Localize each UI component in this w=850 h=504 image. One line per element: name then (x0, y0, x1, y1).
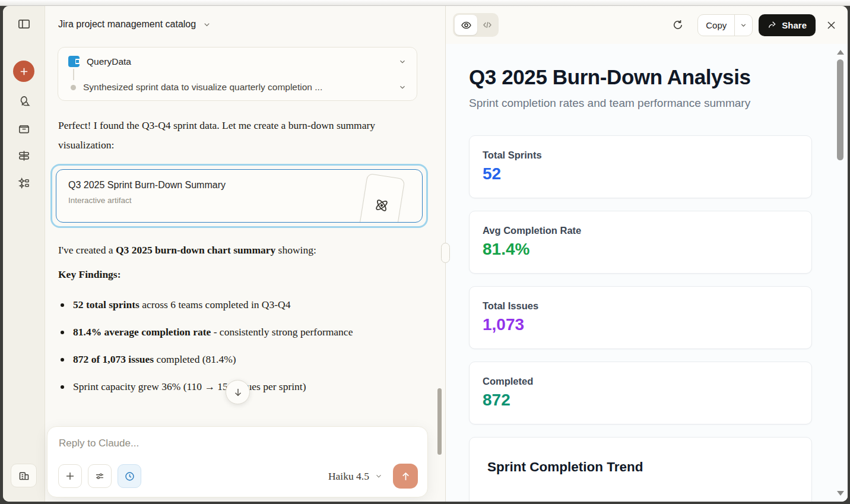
tool-step-connector (73, 69, 74, 80)
scrollbar-down-arrow[interactable] (837, 491, 844, 496)
model-name: Haiku 4.5 (328, 470, 369, 483)
stat-label: Completed (483, 376, 798, 387)
preview-view-button[interactable] (455, 15, 477, 35)
stat-card-avg-completion: Avg Completion Rate 81.4% (469, 211, 812, 274)
finding-rest: completed (81.4%) (154, 353, 236, 365)
artifact-selection-highlight: Q3 2025 Sprint Burn-Down Summary Interac… (50, 164, 428, 228)
tool-step-summary: Synthesized sprint data to visualize qua… (83, 82, 398, 93)
key-findings-heading: Key Findings: (58, 268, 417, 281)
claude-app-window: Jira project management catalog QueryDat… (3, 6, 848, 502)
created-suffix: showing: (275, 244, 316, 256)
message-composer: Haiku 4.5 (47, 426, 428, 497)
finding-rest: - consistently strong performance (211, 326, 353, 338)
chevron-down-icon (202, 20, 211, 29)
share-button-label: Share (782, 20, 807, 30)
close-icon[interactable] (826, 20, 837, 31)
stat-card-total-sprints: Total Sprints 52 (469, 135, 812, 198)
artifact-viewer-panel: Copy Share Q3 2025 Burn-Down Analysis Sp… (446, 6, 848, 502)
finding-bold: 52 total sprints (73, 299, 139, 310)
artifact-card-subtitle: Interactive artifact (68, 196, 410, 205)
code-view-button[interactable] (477, 15, 497, 35)
sidebar (3, 6, 45, 502)
scrollbar-thumb[interactable] (837, 59, 843, 160)
sprint-trend-title: Sprint Completion Trend (487, 459, 794, 475)
tool-use-card: QueryData Synthesized sprint data to vis… (58, 47, 417, 101)
finding-bold: 81.4% average completion rate (73, 326, 211, 338)
chat-panel: Jira project management catalog QueryDat… (45, 6, 446, 502)
panel-resize-handle[interactable] (441, 243, 450, 263)
view-mode-toggle (453, 13, 499, 37)
chats-icon[interactable] (12, 89, 36, 113)
reply-input[interactable] (58, 436, 418, 464)
artifact-subtitle: Sprint completion rates and team perform… (469, 97, 848, 110)
sidebar-toggle-icon[interactable] (12, 12, 36, 36)
stat-label: Total Sprints (483, 150, 798, 161)
artifact-content: Q3 2025 Burn-Down Analysis Sprint comple… (446, 44, 848, 502)
stat-label: Total Issues (483, 300, 798, 312)
created-prefix: I've created a (58, 244, 116, 256)
chevron-down-icon (375, 472, 383, 480)
assistant-message-intro: Perfect! I found the Q3-Q4 sprint data. … (58, 116, 382, 155)
new-chat-button[interactable] (13, 61, 34, 82)
finding-item: Sprint capacity grew 36% (110 → 150 issu… (58, 377, 376, 397)
stat-cards: Total Sprints 52 Avg Completion Rate 81.… (469, 135, 812, 424)
finding-item: 52 total sprints across 6 teams complete… (58, 295, 376, 315)
tools-button[interactable] (88, 464, 112, 488)
projects-icon[interactable] (12, 116, 36, 140)
finding-rest: Sprint capacity grew 36% (110 → 150 issu… (73, 381, 306, 392)
step-dot-icon (71, 85, 76, 90)
created-bold: Q3 2025 burn-down chart summary (116, 244, 275, 256)
history-button[interactable] (118, 464, 141, 488)
skills-icon[interactable] (12, 171, 36, 195)
assistant-message-created: I've created a Q3 2025 burn-down chart s… (58, 240, 382, 260)
share-button[interactable]: Share (759, 14, 816, 36)
finding-bold: 872 of 1,073 issues (73, 353, 154, 365)
stat-label: Avg Completion Rate (483, 225, 798, 236)
stat-value-0: 52 (483, 164, 798, 183)
conversation-title-dropdown[interactable]: Jira project management catalog (45, 6, 445, 30)
window-top-edge (0, 0, 850, 6)
stat-value-1: 81.4% (483, 240, 798, 259)
chevron-down-icon (398, 83, 407, 91)
querydata-logo-icon (68, 56, 80, 67)
tool-step-row[interactable]: Synthesized sprint data to visualize qua… (68, 82, 407, 93)
artifact-scrollbar (835, 46, 846, 499)
scroll-to-bottom-button[interactable] (226, 380, 250, 404)
attach-button[interactable] (58, 464, 82, 488)
stat-value-3: 872 (483, 391, 798, 410)
sidebar-nav (12, 89, 36, 195)
artifacts-icon[interactable] (12, 144, 36, 167)
organization-button[interactable] (11, 464, 37, 487)
chevron-down-icon (398, 58, 407, 66)
tool-header-row[interactable]: QueryData (68, 56, 407, 67)
composer-toolbar: Haiku 4.5 (58, 464, 418, 489)
finding-item: 872 of 1,073 issues completed (81.4%) (58, 350, 376, 369)
artifact-card[interactable]: Q3 2025 Sprint Burn-Down Summary Interac… (56, 169, 423, 223)
refresh-icon[interactable] (672, 19, 684, 31)
copy-button[interactable]: Copy (698, 20, 734, 30)
sprint-trend-card: Sprint Completion Trend (469, 437, 812, 502)
send-button[interactable] (393, 464, 418, 489)
artifact-title: Q3 2025 Burn-Down Analysis (469, 65, 848, 89)
model-selector[interactable]: Haiku 4.5 (328, 470, 383, 483)
scrollbar-up-arrow[interactable] (837, 50, 844, 55)
tool-name: QueryData (87, 56, 398, 67)
stat-value-2: 1,073 (483, 315, 798, 334)
artifact-viewer-header: Copy Share (446, 6, 848, 44)
stat-card-completed: Completed 872 (469, 362, 812, 424)
chat-scrollbar-thumb[interactable] (437, 388, 442, 455)
stat-card-total-issues: Total Issues 1,073 (469, 286, 812, 349)
copy-dropdown-chevron-icon[interactable] (735, 14, 752, 36)
finding-item: 81.4% average completion rate - consiste… (58, 322, 376, 342)
artifact-card-title: Q3 2025 Sprint Burn-Down Summary (68, 180, 410, 191)
conversation-title: Jira project management catalog (58, 19, 196, 30)
copy-split-button: Copy (697, 14, 753, 36)
finding-rest: across 6 teams completed in Q3-Q4 (139, 299, 291, 310)
